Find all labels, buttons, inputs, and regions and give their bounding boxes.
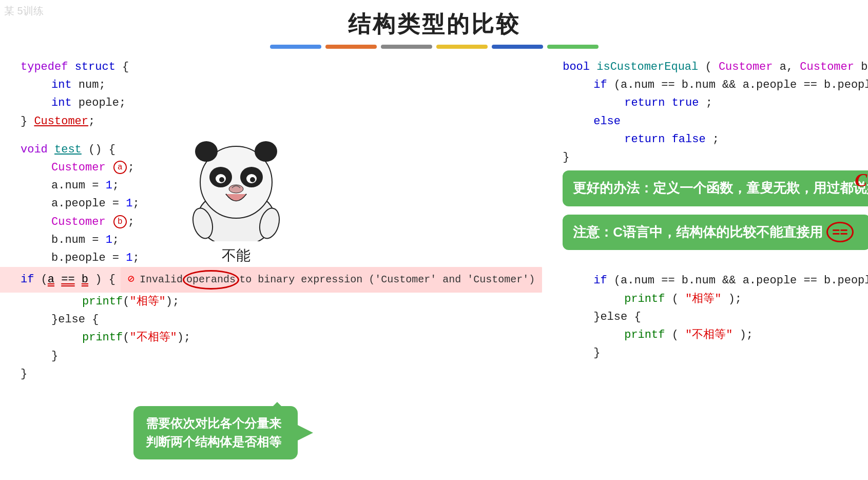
void-kw: void — [21, 143, 48, 156]
error-text-before: Invalid — [140, 272, 183, 288]
func-else-line: else — [593, 112, 868, 130]
svg-point-2 — [195, 141, 218, 162]
if-error-line: if (a == b ) { ⊘ Invalid operands to bin… — [0, 267, 542, 293]
right-section: bool isCustomerEqual ( Customer a, Custo… — [563, 58, 868, 383]
int-num-line: int num; — [51, 76, 542, 94]
color-bar-4 — [436, 45, 488, 49]
right-top-code: bool isCustomerEqual ( Customer a, Custo… — [563, 58, 868, 166]
customer-type-2: Customer — [51, 161, 106, 174]
color-bar-5 — [492, 45, 543, 49]
int-kw-1: int — [51, 79, 72, 91]
int-people-line: int people; — [51, 94, 542, 112]
main-content: typedef struct { int num; int people; } … — [0, 53, 868, 383]
a-people-line: a.people = 1; — [51, 195, 542, 213]
bubble-arrow — [298, 425, 313, 440]
customer-type-1: Customer — [34, 115, 88, 128]
panda-image — [185, 133, 287, 241]
func-close: } — [563, 148, 868, 166]
int-kw-2: int — [51, 97, 72, 109]
bottom-bubble-text: 需要依次对比各个分量来判断两个结构体是否相等 — [146, 416, 281, 449]
customer-a-line: Customer a; — [51, 159, 542, 177]
close-void: } — [21, 365, 542, 383]
printf-notequal-line: printf("不相等"); — [82, 329, 542, 347]
struct-kw: struct — [75, 61, 115, 73]
error-banner: ⊘ Invalid operands to binary expression … — [121, 267, 542, 293]
cpp-annotation: C++ — [855, 166, 868, 196]
color-bar-2 — [325, 45, 377, 49]
bubble2-prefix: 注意：C语言中，结构体的比较不能直接用 — [573, 224, 823, 240]
color-bar-3 — [381, 45, 432, 49]
rb-else-line: }else { — [593, 308, 868, 326]
b-people-line: b.people = 1; — [51, 249, 542, 267]
color-bar-6 — [547, 45, 599, 49]
operands-circle: operands — [183, 270, 239, 290]
title-area: 结构类型的比较 — [0, 0, 868, 49]
svg-point-9 — [250, 177, 255, 182]
close-else: } — [51, 347, 542, 365]
panda-label: 不能 — [185, 246, 287, 265]
panda-area: 不能 — [185, 133, 287, 265]
typedef-kw: typedef — [21, 61, 68, 73]
func-if-line: if (a.num == b.num && a.people == b.peop… — [593, 76, 868, 94]
open-brace: { — [122, 61, 129, 73]
close-brace-typedef: } — [21, 115, 34, 128]
return-false-line: return false ; — [624, 130, 868, 148]
a-num-line: a.num = 1; — [51, 177, 542, 195]
rb-close: } — [593, 344, 868, 362]
b-num-line: b.num = 1; — [51, 231, 542, 249]
circle-b: b — [113, 215, 127, 228]
func-sig-line: bool isCustomerEqual ( Customer a, Custo… — [563, 58, 868, 76]
return-true-line: return true ; — [624, 94, 868, 112]
svg-point-8 — [219, 177, 224, 182]
if-stmt: if (a == b ) { — [21, 271, 115, 289]
rb-if-line: if (a.num == b.num && a.people == b.peop… — [593, 272, 868, 290]
color-bars — [0, 45, 868, 49]
watermark: 某 5训练 — [4, 4, 44, 18]
svg-point-3 — [255, 141, 277, 162]
color-bar-1 — [270, 45, 321, 49]
eq-circle: == — [826, 222, 853, 242]
bubble-2: 注意：C语言中，结构体的比较不能直接用 == — [563, 215, 868, 251]
printf-equal-line: printf("相等"); — [82, 293, 542, 311]
error-icon: ⊘ — [128, 271, 134, 289]
rb-printf-equal: printf ( "相等" ); — [624, 290, 868, 308]
bubble-1: 更好的办法：定义一个函数，童叟无欺，用过都说好 — [563, 170, 868, 206]
right-bottom-code: if (a.num == b.num && a.people == b.peop… — [563, 272, 868, 362]
else-line: }else { — [51, 311, 542, 329]
customer-b-line: Customer b; — [51, 213, 542, 231]
typedef-line: typedef struct { — [21, 58, 542, 76]
main-title: 结构类型的比较 — [0, 9, 868, 40]
people-var: people; — [79, 97, 126, 109]
customer-typedef-line: } Customer; — [21, 112, 542, 130]
error-text-after: to binary expression ('Customer' and 'Cu… — [239, 272, 535, 288]
customer-type-3: Customer — [51, 216, 106, 228]
circle-a: a — [113, 161, 127, 174]
rb-printf-notequal: printf ( "不相等" ); — [624, 326, 868, 344]
bottom-bubble: 需要依次对比各个分量来判断两个结构体是否相等 — [133, 406, 298, 459]
num-var: num; — [79, 79, 106, 91]
